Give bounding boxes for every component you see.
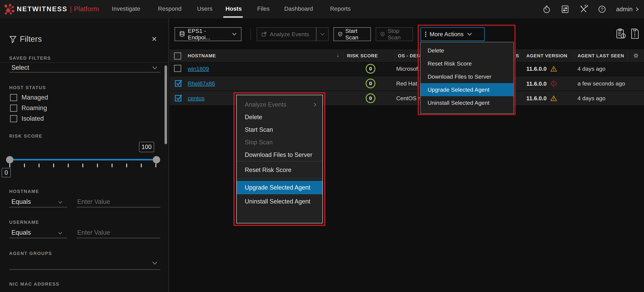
chevron-right-icon [635,6,639,12]
menu-item-download-files-to-server[interactable]: Download Files to Server [237,148,322,161]
username-value-input[interactable]: Enter Value [77,229,110,236]
underline [9,238,67,238]
nav-item-files[interactable]: Files [257,5,270,12]
menu-item-reset-risk-score[interactable]: Reset Risk Score [237,161,322,178]
risk-slider-track[interactable] [10,159,156,160]
help-icon[interactable]: ? [598,5,606,13]
table-row[interactable]: Rhel67x86 0 Red Hat 11.6.0.0 a few secon… [170,76,644,91]
admin-tools-icon[interactable] [579,5,588,13]
risk-min-value[interactable]: 0 [2,168,11,177]
risk-slider-handle-min[interactable] [6,156,14,163]
filter-icon [9,36,16,44]
jobs-panel-icon[interactable] [561,5,570,13]
export-file-icon[interactable] [630,28,640,39]
checkbox-label: Roaming [22,104,47,112]
analyze-events-button[interactable]: Analyze Events [257,27,316,41]
divider [0,62,168,63]
shield-x-icon [380,31,384,37]
menu-item-upgrade-selected-agent[interactable]: Upgrade Selected Agent [420,83,514,96]
select-all-checkbox[interactable] [174,52,181,59]
nic-mac-address-label: NIC MAC ADDRESS [9,282,60,287]
menu-item-download-files-to-server[interactable]: Download Files to Server [420,70,514,83]
hostname-label: HOSTNAME [9,189,39,194]
gear-icon [632,52,639,59]
menu-item-uninstall-selected-agent[interactable]: Uninstall Selected Agent [237,194,322,209]
sort-descending-icon[interactable]: ↓ [336,52,340,58]
table-row[interactable]: win1809 0 Microsoft 11.6.0.0 4 days ago [170,61,644,76]
menu-item-upgrade-selected-agent[interactable]: Upgrade Selected Agent [237,181,322,194]
agent-last-seen-cell: 4 days ago [578,66,606,72]
checkbox-icon[interactable] [10,115,17,122]
submenu-chevron-icon [313,102,317,107]
row-checkbox[interactable] [174,65,181,72]
hostname-value-input[interactable]: Enter Value [77,198,110,205]
kebab-icon [425,31,426,38]
menu-item-uninstall-selected-agent[interactable]: Uninstall Selected Agent [420,96,514,109]
chevron-down-icon[interactable] [58,231,62,235]
filters-title: Filters [20,34,42,44]
start-scan-label: Start Scan [345,28,366,41]
chevron-down-icon[interactable] [152,66,158,70]
checkbox-managed[interactable]: Managed [10,94,48,101]
column-header-agent-last-seen[interactable]: AGENT LAST SEEN [578,53,624,58]
risk-max-value[interactable]: 100 [139,142,154,152]
saved-filters-select[interactable]: Select [12,64,29,71]
checkbox-icon[interactable] [10,94,17,101]
service-selector-button[interactable]: EPS1 - Endpoi... [174,27,242,41]
chevron-down-icon [232,32,237,36]
agent-version-value: 11.6.0.0 [526,66,547,72]
menu-item-delete[interactable]: Delete [237,111,322,123]
checkbox-roaming[interactable]: Roaming [10,104,47,112]
agent-last-seen-cell: 4 days ago [578,95,606,102]
menu-item-analyze-events[interactable]: Analyze Events [237,98,322,111]
nav-item-respond[interactable]: Respond [158,5,182,12]
chevron-down-icon[interactable] [58,200,62,204]
menu-item-delete[interactable]: Delete [420,44,514,57]
column-header-risk-score[interactable]: RISK SCORE [347,53,378,58]
menu-item-stop-scan[interactable]: Stop Scan [237,136,322,148]
user-menu[interactable]: admin [616,6,639,13]
hostname-link[interactable]: win1809 [188,66,209,72]
stop-scan-button[interactable]: Stop Scan [376,27,413,41]
column-header-hostname[interactable]: HOSTNAME [188,53,216,58]
hostname-operator-select[interactable]: Equals [12,198,31,205]
hostname-link[interactable]: centos [188,95,204,102]
more-actions-button[interactable]: More Actions [420,27,485,41]
start-scan-button[interactable]: Start Scan [334,27,371,41]
analyze-events-dropdown-button[interactable] [316,27,328,41]
hosts-main: EPS1 - Endpoi... Analyze Events [170,18,644,292]
chevron-down-icon[interactable] [152,261,158,265]
column-header-agent-version[interactable]: AGENT VERSION [526,53,568,58]
close-icon[interactable]: ✕ [152,35,157,43]
nav-item-reports[interactable]: Reports [330,5,351,12]
brand-name: NETWITNESS [17,5,68,13]
nav-item-users[interactable]: Users [197,5,212,12]
netwitness-logo-icon [4,3,14,14]
risk-slider-handle-max[interactable] [153,156,160,163]
checkbox-isolated[interactable]: Isolated [10,115,44,122]
hostname-link[interactable]: Rhel67x86 [188,80,215,87]
scan-schedule-icon[interactable] [615,28,626,39]
chevron-down-icon [467,32,472,36]
warning-triangle-icon [550,66,557,72]
menu-item-reset-risk-score[interactable]: Reset Risk Score [420,57,514,70]
checkbox-icon[interactable] [10,105,17,112]
timer-icon[interactable] [542,5,551,13]
host-status-label: HOST STATUS [9,85,46,90]
nav-right-icons: ? admin [542,0,639,18]
risk-score-badge: 0 [366,79,376,88]
nav-item-investigate[interactable]: Investigate [112,5,140,12]
column-header-os-description[interactable]: OS - DESC [398,53,424,58]
more-actions-label: More Actions [430,31,464,37]
risk-score-badge: 0 [366,93,376,103]
nav-item-hosts[interactable]: Hosts [226,5,242,12]
sidebar-scrollbar[interactable] [164,65,167,144]
row-checkbox-checked[interactable] [174,79,183,88]
menu-item-start-scan[interactable]: Start Scan [237,123,322,136]
filters-panel: Filters ✕ SAVED FILTERS Select HOST STAT… [0,18,168,292]
nav-item-dashboard[interactable]: Dashboard [284,5,313,12]
username-operator-select[interactable]: Equals [12,229,31,236]
column-settings-button[interactable] [628,50,644,61]
row-checkbox-checked[interactable] [174,93,183,102]
checkbox-label: Managed [22,94,48,101]
